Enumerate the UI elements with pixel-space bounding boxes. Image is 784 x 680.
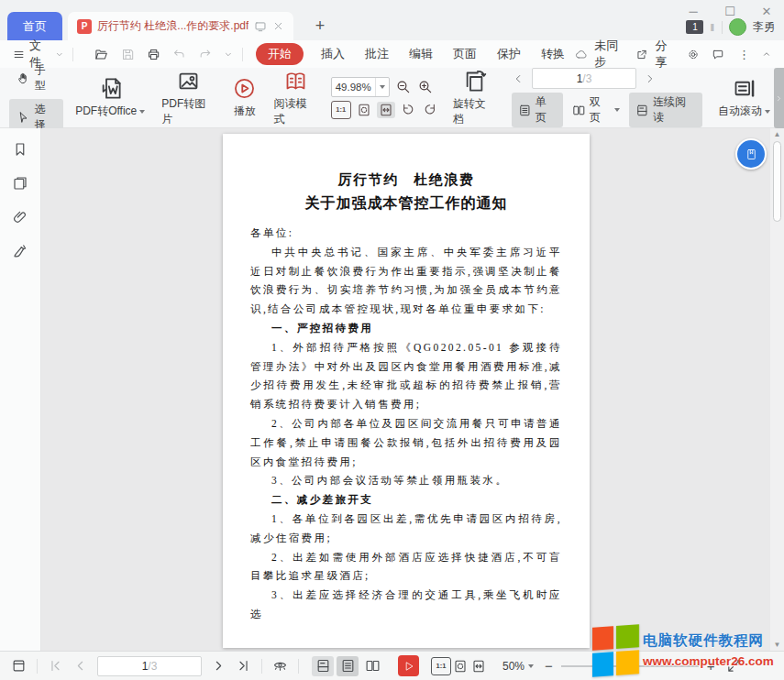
close-window-button[interactable]: ✕ [755, 3, 778, 19]
zoom-cluster: 49.98% 1:1 [331, 77, 439, 119]
double-page-button[interactable]: 双页 [566, 93, 626, 127]
more-icon[interactable]: ⋮ [738, 48, 750, 61]
left-sidebar [0, 128, 41, 651]
gear-icon[interactable] [687, 47, 700, 62]
tab-page[interactable]: 页面 [453, 46, 477, 62]
rotate-document-button[interactable]: 旋转文档 [445, 66, 504, 130]
share-label[interactable]: 分享 [655, 38, 674, 71]
fit-page-button[interactable] [451, 658, 469, 675]
user-name[interactable]: 李勇 [753, 19, 775, 35]
rotate-right-icon[interactable] [421, 102, 439, 118]
taskpane-icon: ‖ [710, 22, 715, 33]
first-page-icon[interactable] [48, 658, 63, 674]
zoom-out-icon[interactable] [395, 79, 412, 95]
prev-page-icon[interactable] [512, 72, 525, 85]
rotate-document-icon [462, 69, 487, 93]
windows-logo [592, 624, 639, 677]
tab-document[interactable]: P 厉行节约 杜绝浪...作的要求.pdf [68, 12, 293, 40]
cursor-icon [17, 111, 30, 125]
scroll-up-icon[interactable]: ▲ [770, 130, 784, 138]
next-page-icon[interactable] [211, 658, 226, 674]
prev-page-icon[interactable] [72, 658, 88, 674]
zoom-input[interactable]: 49.98% [331, 77, 390, 97]
user-area: 1 ‖ 李勇 [686, 18, 775, 36]
sidebar-toggle-icon[interactable] [11, 658, 27, 674]
double-page-icon [572, 104, 586, 117]
zoom-out-minus[interactable]: − [545, 658, 553, 674]
signature-icon[interactable] [12, 243, 28, 259]
redo-icon[interactable] [198, 47, 212, 62]
tab-convert[interactable]: 转换 [541, 46, 565, 62]
continuous-icon [635, 104, 649, 117]
attachment-icon[interactable] [12, 209, 28, 225]
presentation-play-button[interactable] [398, 655, 419, 676]
tab-protect[interactable]: 保护 [497, 46, 521, 62]
continuous-view-button[interactable] [312, 656, 334, 676]
next-page-icon[interactable] [644, 72, 657, 85]
thumbnails-icon[interactable] [12, 175, 28, 192]
toolbar-expander[interactable] [774, 68, 784, 128]
doc-paragraph: 二、减少差旅开支 [250, 490, 562, 510]
maximize-button[interactable]: ☐ [718, 3, 742, 19]
double-page-view-button[interactable] [361, 656, 383, 676]
zoom-in-icon[interactable] [417, 79, 434, 95]
scrollbar-thumb[interactable] [773, 141, 781, 222]
tab-comment[interactable]: 批注 [365, 46, 389, 62]
pdf-to-office-button[interactable]: PDF转Office [67, 73, 153, 122]
continuous-read-button[interactable]: 连续阅读 [629, 93, 702, 127]
fit-page-button[interactable] [355, 102, 373, 118]
pdf-to-image-button[interactable]: PDF转图片 [153, 66, 224, 130]
print-icon[interactable] [147, 47, 160, 62]
share-icon[interactable] [635, 47, 648, 62]
sync-status[interactable]: 未同步 [594, 38, 624, 71]
cloud-sync-icon[interactable] [575, 47, 588, 62]
document-viewer[interactable]: 厉行节约 杜绝浪费 关于加强成本管控工作的通知 各单位:中共中央总书记、国家主席… [41, 128, 770, 651]
bookmark-icon[interactable] [12, 141, 28, 158]
tab-start[interactable]: 开始 [256, 43, 304, 65]
actual-size-button[interactable]: 1:1 [431, 657, 451, 675]
fit-width-button[interactable] [469, 658, 488, 675]
toolbar: 手型 选择 PDF转Office PDF转图片 播放 阅读模式 49.98% 1 [0, 68, 784, 128]
menu-bar: 文件 开始 插入 批注 编辑 页面 保护 转换 未同步 分享 ⋮ [0, 40, 784, 68]
doc-paragraph: 1、外部招待严格按照《QG0202.05-01 参观接待管理办法》中对外出及园区… [250, 338, 562, 414]
vertical-scrollbar[interactable]: ▲ ▼ [770, 128, 784, 651]
comment-icon[interactable] [712, 47, 724, 62]
last-page-icon[interactable] [236, 658, 251, 674]
single-page-button[interactable]: 单页 [512, 93, 563, 127]
pdf-to-image-icon [176, 69, 201, 93]
tab-edit[interactable]: 编辑 [409, 46, 433, 62]
fit-width-button[interactable] [377, 102, 395, 118]
auto-scroll-button[interactable]: 自动滚动 [710, 73, 778, 122]
avatar[interactable] [729, 18, 746, 36]
doc-paragraph: 2、出差如需使用外部酒店应选择快捷酒店,不可盲目攀比追求星级酒店; [250, 548, 562, 587]
collapse-ribbon-icon[interactable] [762, 49, 771, 60]
read-mode-button[interactable]: 阅读模式 [265, 66, 325, 130]
minimize-button[interactable]: ─ [681, 3, 705, 19]
page-number-input[interactable]: 1/3 [532, 68, 636, 89]
rotate-left-icon[interactable] [399, 102, 417, 118]
play-button[interactable]: 播放 [224, 73, 265, 122]
status-page-input[interactable]: 1/3 [97, 656, 202, 676]
caret-icon [139, 110, 145, 114]
pdf-convert-float-button[interactable] [735, 138, 767, 170]
hand-tool-button[interactable]: 手型 [9, 60, 63, 96]
actual-size-button[interactable]: 1:1 [331, 101, 351, 119]
message-badge[interactable]: 1 [686, 20, 703, 34]
site-watermark: 电脑软硬件教程网 www.computer26.com [592, 626, 784, 675]
undo-icon[interactable] [172, 47, 186, 62]
single-page-view-button[interactable] [337, 656, 359, 676]
status-zoom-value[interactable]: 50% [502, 660, 534, 673]
close-tab-icon[interactable] [272, 20, 284, 32]
zoom-dropdown[interactable] [375, 78, 389, 96]
doc-body: 各单位:中共中央总书记、国家主席、中央军委主席习近平近日对制止餐饮浪费行为作出重… [250, 224, 562, 624]
tab-home[interactable]: 首页 [7, 12, 62, 40]
new-tab-button[interactable]: + [308, 14, 332, 38]
doc-paragraph: 中共中央总书记、国家主席、中央军委主席习近平近日对制止餐饮浪费行为作出重要指示,… [250, 243, 562, 319]
save-icon[interactable] [121, 47, 135, 62]
open-folder-icon[interactable] [94, 47, 108, 62]
divider [242, 48, 243, 61]
chevron-down-icon[interactable] [224, 49, 233, 60]
doc-title-line2: 关于加强成本管控工作的通知 [250, 192, 562, 214]
tab-insert[interactable]: 插入 [321, 46, 345, 62]
eye-protect-icon[interactable] [272, 658, 288, 674]
